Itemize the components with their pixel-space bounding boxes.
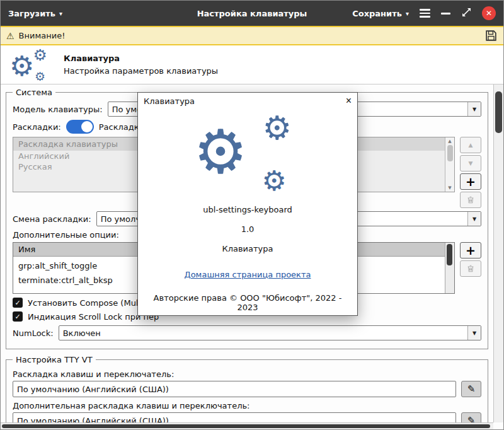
app-logo: ⚙ ⚙ ⚙	[191, 112, 304, 195]
system-legend: Система	[13, 88, 55, 97]
app-window: Настройка клавиатуры Загрузить ▾ Сохрани…	[0, 0, 504, 430]
plus-icon: +	[466, 175, 476, 189]
tty-alt-layout-edit-button[interactable]: ✎	[461, 412, 481, 422]
scrolllock-checkbox[interactable]: ✓	[13, 311, 23, 322]
vertical-scrollbar[interactable]	[493, 84, 503, 422]
delete-layout-button[interactable]	[460, 192, 481, 208]
move-down-button[interactable]: ▼	[460, 155, 481, 171]
gear-icon: ⚙	[9, 52, 34, 80]
fullscreen-button[interactable]	[461, 8, 471, 20]
tty-alt-layout-input[interactable]: По умолчанию (Английский (США))	[13, 412, 456, 422]
homepage-link[interactable]: Домашняя страница проекта	[185, 270, 311, 279]
gear-icon: ⚙	[262, 167, 287, 195]
scrollbar-thumb[interactable]	[447, 145, 453, 161]
gear-icon: ⚙	[262, 112, 292, 144]
trash-icon	[466, 264, 475, 273]
move-up-button[interactable]: ▲	[460, 137, 481, 153]
pencil-icon: ✎	[467, 383, 476, 395]
warning-icon: ⚠	[6, 31, 14, 41]
keyboard-settings-icon: ⚙ ⚙ ⚙	[9, 47, 50, 83]
save-button-label: Сохранить	[352, 9, 402, 18]
save-button[interactable]: Сохранить ▾	[352, 9, 409, 18]
arrow-up-icon[interactable]: ▲	[448, 137, 451, 145]
tty-fieldset: Настройка TTY VT Раскладка клавиш и пере…	[6, 355, 488, 422]
chevron-down-icon: ▼	[467, 102, 481, 116]
chevron-down-icon: ▾	[59, 10, 62, 17]
dialog-titlebar: Клавиатура ×	[138, 93, 357, 109]
load-button-label: Загрузить	[8, 9, 55, 18]
numlock-label: NumLock:	[13, 328, 54, 338]
menu-button[interactable]	[420, 9, 430, 18]
tty-layout-value: По умолчанию (Английский (США))	[17, 385, 169, 394]
close-button[interactable]: ✕	[482, 6, 496, 20]
warning-text: Внимание!	[19, 31, 66, 40]
keyboard-model-label: Модель клавиатуры:	[13, 105, 103, 114]
arrow-up-icon: ▲	[469, 142, 473, 148]
floppy-icon	[484, 29, 498, 42]
close-icon: ✕	[486, 9, 492, 18]
add-option-button[interactable]: +	[460, 242, 481, 259]
tty-legend: Настройка TTY VT	[13, 355, 96, 364]
expand-icon	[461, 8, 471, 18]
horizontal-scrollbar[interactable]	[1, 422, 493, 429]
layouts-toggle[interactable]	[66, 120, 94, 134]
page-title: Клавиатура	[64, 54, 218, 63]
delete-option-button[interactable]	[460, 260, 481, 277]
tty-layout-input[interactable]: По умолчанию (Английский (США))	[13, 381, 456, 397]
close-icon: ×	[346, 95, 352, 106]
load-button[interactable]: Загрузить ▾	[8, 9, 62, 18]
app-name: Клавиатура	[144, 244, 351, 253]
scrollbar-thumb[interactable]	[447, 244, 452, 265]
minimize-button[interactable]	[441, 13, 450, 15]
chevron-down-icon: ▼	[467, 212, 481, 226]
arrow-down-icon[interactable]: ▼	[448, 184, 451, 192]
app-id: ubl-settings-keyboard	[144, 205, 351, 214]
save-file-button[interactable]	[484, 29, 498, 42]
page-header: ⚙ ⚙ ⚙ Клавиатура Настройка параметров кл…	[1, 45, 503, 84]
scrollbar-thumb[interactable]	[495, 91, 502, 133]
dialog-close-button[interactable]: ×	[346, 95, 352, 107]
gear-icon: ⚙	[35, 71, 45, 83]
tty-layout-label: Раскладка клавиш и переключатель:	[13, 369, 481, 379]
chevron-down-icon: ▾	[406, 10, 409, 17]
dialog-title: Клавиатура	[144, 96, 346, 106]
warning-bar: ⚠ Внимание!	[1, 26, 503, 45]
titlebar: Настройка клавиатуры Загрузить ▾ Сохрани…	[1, 1, 503, 26]
tty-layout-edit-button[interactable]: ✎	[461, 381, 481, 397]
copyright-text: Авторские права © ООО "Юбисофт", 2022 - …	[144, 293, 351, 312]
options-table-scrollbar[interactable]	[445, 243, 454, 293]
tty-alt-layout-label: Дополнительная раскладка клавиш и перекл…	[13, 401, 481, 410]
minimize-icon	[441, 13, 450, 15]
add-layout-button[interactable]: +	[460, 173, 481, 190]
compose-checkbox-label: Установить Compose (Multi_K	[28, 298, 153, 308]
scrollbar-thumb[interactable]	[2, 424, 490, 428]
plus-icon: +	[466, 243, 476, 257]
gear-icon: ⚙	[193, 122, 248, 182]
check-icon: ✓	[14, 313, 20, 321]
trash-icon	[466, 195, 475, 204]
numlock-select[interactable]: Включен ▼	[59, 325, 481, 340]
pencil-icon: ✎	[467, 415, 476, 422]
layouts-label: Раскладки:	[13, 122, 61, 132]
gear-icon: ⚙	[33, 47, 47, 63]
numlock-value: Включен	[59, 326, 467, 340]
layout-switch-label: Смена раскладки:	[13, 214, 91, 224]
check-icon: ✓	[14, 299, 20, 307]
app-version: 1.0	[144, 224, 351, 234]
page-subtitle: Настройка параметров клавиатуры	[64, 66, 218, 76]
arrow-down-icon: ▼	[469, 160, 473, 166]
layout-list-scrollbar[interactable]: ▲ ▼	[445, 137, 454, 192]
tty-alt-layout-value: По умолчанию (Английский (США))	[17, 416, 169, 423]
toggle-knob	[81, 121, 93, 132]
chevron-down-icon: ▼	[467, 326, 481, 340]
about-dialog: Клавиатура × ⚙ ⚙ ⚙ ubl-settings-keyboard…	[137, 92, 358, 316]
compose-checkbox[interactable]: ✓	[13, 298, 23, 308]
